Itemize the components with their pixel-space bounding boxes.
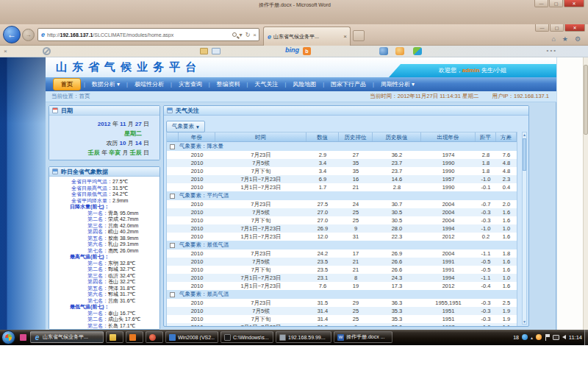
display-icon[interactable] xyxy=(553,335,559,340)
chevron-down-icon[interactable]: ▾ xyxy=(240,32,243,38)
taskbar-button-app-red[interactable] xyxy=(146,331,163,343)
table-row[interactable]: 20107月23日24.21726.92004-1.11.8 xyxy=(167,250,517,258)
word-close-button[interactable]: ✕ xyxy=(564,0,584,7)
taskbar-button-ie[interactable]: e山东省气候业务平... xyxy=(30,331,104,343)
nav-item-8[interactable]: 周期性分析 ▾ xyxy=(374,80,421,88)
browser-scroll-thumb[interactable] xyxy=(584,65,588,135)
browser-scrollbar[interactable] xyxy=(583,57,588,330)
forward-button[interactable]: → xyxy=(22,29,35,41)
table-row[interactable]: 20107月1日~7月23日23.1824.31994-1.11.0 xyxy=(167,274,517,282)
rank-line-2-1: 第二名：成山头 17.6℃ xyxy=(49,316,159,323)
word-maximize-button[interactable]: ▢ xyxy=(549,0,563,7)
more-options-dots-icon[interactable]: ••• xyxy=(547,47,557,54)
table-row[interactable]: 20101月1日~7月23日7.61917.32012-0.41.6 xyxy=(167,282,517,290)
group-checkbox[interactable] xyxy=(170,292,175,297)
back-button[interactable]: ← xyxy=(3,26,21,43)
table-row[interactable]: 20107月5候27.02530.52004-0.31.6 xyxy=(167,208,517,216)
table-cell: 2004 xyxy=(421,216,476,224)
nav-item-0[interactable]: 首页 xyxy=(53,78,81,91)
nav-item-4[interactable]: 整编资料 xyxy=(210,80,247,88)
table-cell: 30.7 xyxy=(373,200,421,208)
addon-icon-1[interactable] xyxy=(379,47,388,55)
table-cell: 2010 xyxy=(179,159,215,167)
volume-icon[interactable] xyxy=(562,335,566,339)
taskbar-button-vm[interactable]: Win2008 (VS2... xyxy=(165,331,218,343)
browser-close-button[interactable]: ✕ xyxy=(564,24,585,32)
group-checkbox[interactable] xyxy=(170,194,175,199)
table-row[interactable]: 20107月下旬27.02530.52004-0.31.6 xyxy=(167,216,517,224)
nav-item-3[interactable]: 灾害查询 xyxy=(172,80,209,88)
favorites-star-icon[interactable]: ★ xyxy=(562,35,568,43)
scroll-thumb[interactable] xyxy=(523,138,526,171)
table-header-cell: 出现年份 xyxy=(421,132,476,141)
nav-item-7[interactable]: 国家下行产品 xyxy=(324,80,373,88)
address-bar[interactable]: e http://192.168.137.1/SLCCLIMATE/module… xyxy=(37,28,259,41)
table-cell: 2012 xyxy=(421,233,476,241)
table-row[interactable]: 20107月下旬23.52126.61991-0.51.6 xyxy=(167,266,517,274)
scroll-down-icon[interactable]: ▼ xyxy=(523,319,526,324)
taskbar-button-cmd[interactable]: C:\Windows\s... xyxy=(220,331,273,343)
table-row[interactable]: 20101月1日~7月23日12.03122.320120.21.6 xyxy=(167,233,517,241)
table-cell: 23.5 xyxy=(306,258,339,266)
bing-badge-icon[interactable]: b xyxy=(303,47,311,55)
addon-icon-2[interactable] xyxy=(395,47,404,55)
bing-logo[interactable]: bing xyxy=(285,46,299,54)
settings-gear-icon[interactable]: ⚙ xyxy=(575,35,581,43)
show-desktop-button[interactable] xyxy=(584,330,588,345)
blocked-icon[interactable] xyxy=(43,47,51,55)
taskbar-clock[interactable]: 11:14 xyxy=(569,330,582,345)
taskbar-button-app-orange[interactable] xyxy=(126,331,143,343)
action-center-flag-icon[interactable] xyxy=(545,334,550,341)
table-row[interactable]: 20107月下旬31.42535.31951-0.31.9 xyxy=(167,315,517,323)
browser-tab[interactable]: e 山东省气候业务平... × xyxy=(263,26,351,46)
scroll-up-icon[interactable]: ▲ xyxy=(523,132,526,137)
nav-item-2[interactable]: 极端性分析 xyxy=(128,80,171,88)
table-row[interactable]: 20107月1日~7月23日31.5933.01997-1.01.1 xyxy=(167,323,517,327)
taskbar-button-folder[interactable] xyxy=(106,331,123,343)
table-cell: 7月23日 xyxy=(215,151,306,159)
home-icon[interactable]: ⌂ xyxy=(551,35,555,43)
search-icon[interactable] xyxy=(232,32,237,37)
table-header-cell: 数值 xyxy=(306,132,339,141)
table-row[interactable]: 20107月23日2.92736.219742.87.6 xyxy=(167,151,517,159)
firefox-icon[interactable] xyxy=(536,334,542,340)
table-row[interactable]: 20107月5候23.52126.61991-0.51.6 xyxy=(167,258,517,266)
table-row[interactable]: 20107月1日~7月23日6.91614.61957-1.02.3 xyxy=(167,175,517,183)
refresh-icon[interactable]: ↻ xyxy=(245,32,251,38)
new-tab-button[interactable] xyxy=(353,30,365,41)
vm-icon xyxy=(169,334,176,341)
browser-minimize-button[interactable]: — xyxy=(535,24,549,32)
background-word-window[interactable]: 操作手册.docx - Microsoft Word — ▢ ✕ xyxy=(0,0,588,24)
table-row[interactable]: 20101月1日~7月23日1.7212.81990-0.10.4 xyxy=(167,183,517,191)
table-row[interactable]: 20107月下旬3.43523.719901.84.8 xyxy=(167,167,517,175)
addon-icon-3[interactable] xyxy=(413,47,422,55)
table-row[interactable]: 20107月23日27.52430.72004-0.72.0 xyxy=(167,200,517,208)
table-row[interactable]: 20107月5候31.42535.31951-0.31.9 xyxy=(167,307,517,315)
group-checkbox[interactable] xyxy=(170,144,175,149)
count-badge[interactable]: 18 xyxy=(513,335,519,340)
taskbar-button-rdp[interactable]: 192.168.59.99... xyxy=(276,331,331,343)
tab-close-icon[interactable]: × xyxy=(343,33,347,40)
nav-item-6[interactable]: 风险地图 xyxy=(286,80,323,88)
messenger-icon[interactable] xyxy=(522,334,528,340)
pinned-app-icon[interactable] xyxy=(20,334,26,341)
start-button[interactable] xyxy=(1,330,15,344)
summary-line-3: 全省平均降水量：2.9mm xyxy=(49,198,159,205)
table-row[interactable]: 20107月23日31.52936.31955,1951-0.32.5 xyxy=(167,299,517,307)
close-bar-icon[interactable]: × xyxy=(4,48,7,54)
nav-item-5[interactable]: 天气关注 xyxy=(248,80,284,88)
card-icon[interactable] xyxy=(200,48,208,54)
table-row[interactable]: 20107月5候3.43523.719901.84.8 xyxy=(167,159,517,167)
word-minimize-button[interactable]: — xyxy=(534,0,548,7)
group-checkbox[interactable] xyxy=(170,243,175,248)
browser-maximize-button[interactable]: ▢ xyxy=(550,24,564,32)
stop-icon[interactable]: × xyxy=(253,32,257,38)
table-row[interactable]: 20107月1日~7月23日26.9928.01994-1.01.0 xyxy=(167,224,517,233)
table-cell: 1951 xyxy=(421,315,476,323)
panel-scrollbar[interactable]: ▲ ▼ xyxy=(522,132,527,325)
show-hidden-icons-arrow[interactable]: ▴ xyxy=(531,335,533,340)
nav-item-1[interactable]: 数据分析 ▾ xyxy=(85,80,126,88)
element-filter-button[interactable]: 气象要素 ▾ xyxy=(166,121,205,132)
mail-icon[interactable] xyxy=(212,48,220,54)
taskbar-button-word[interactable]: W操作手册.docx ... xyxy=(334,331,392,343)
